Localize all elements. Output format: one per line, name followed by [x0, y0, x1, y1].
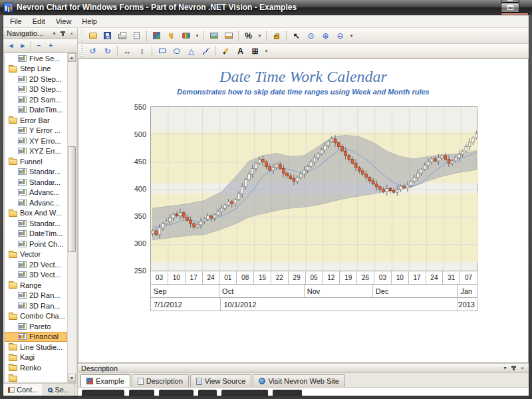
menu-help[interactable]: Help — [76, 16, 102, 27]
tree-item[interactable]: 3D Step... — [5, 84, 67, 95]
toolbar-grip[interactable] — [81, 31, 83, 41]
menu-file[interactable]: File — [5, 16, 27, 27]
tree-item[interactable] — [5, 373, 67, 383]
tree-item[interactable]: Funnel — [5, 156, 67, 167]
toolbar-separator — [215, 46, 216, 57]
tree-item[interactable]: 3D Vect... — [5, 270, 67, 281]
tree-item[interactable]: Kagi — [5, 352, 67, 363]
pan-vertical-icon[interactable]: ↕ — [135, 45, 149, 58]
tree-item[interactable]: Step Line — [5, 64, 67, 74]
toolbar-grip[interactable] — [81, 46, 83, 57]
chart-image-icon[interactable] — [221, 29, 235, 43]
open-icon[interactable] — [86, 29, 100, 43]
percent-icon[interactable]: % — [241, 29, 255, 43]
tab-visit-nevron-web-site[interactable]: Visit Nevron Web Site — [253, 374, 345, 387]
tab-view-source[interactable]: View Source — [190, 374, 252, 387]
tree-item[interactable]: Y Error ... — [5, 126, 67, 136]
dropdown-caret-icon[interactable]: ▾ — [256, 29, 263, 43]
print-icon[interactable] — [115, 29, 129, 43]
tree-item[interactable]: Renko — [5, 362, 67, 373]
plot-area[interactable] — [150, 106, 477, 271]
save-icon[interactable] — [100, 29, 114, 43]
sidebar-tab-cont[interactable]: Cont... — [3, 384, 43, 396]
chevron-down-icon[interactable]: ▾ — [501, 364, 509, 372]
pan-horizontal-icon[interactable]: ↔ — [120, 45, 134, 58]
palette-icon[interactable] — [179, 29, 193, 43]
zoom-icon[interactable]: ⊙ — [304, 29, 318, 43]
tree-item[interactable]: Pareto — [5, 321, 67, 332]
pencil-icon[interactable] — [219, 45, 233, 58]
close-icon[interactable]: × — [67, 29, 76, 38]
scrollbar-track[interactable] — [68, 62, 76, 374]
x-axis-week-label: 15 — [253, 271, 271, 284]
tree-item[interactable]: 2D Step... — [5, 74, 67, 84]
rotate-cw-icon[interactable]: ↻ — [100, 45, 114, 58]
tree-item[interactable]: Standar... — [5, 177, 67, 188]
tree-scrollbar[interactable]: ▲ ▼ — [67, 53, 76, 382]
chart-wizard-icon[interactable] — [150, 29, 164, 43]
tree-item[interactable]: Advanc... — [5, 198, 67, 208]
y-axis-label: 400 — [134, 185, 146, 193]
tree-item[interactable]: Point Ch... — [5, 239, 67, 249]
maximize-button[interactable] — [501, 3, 519, 13]
pin-icon[interactable] — [59, 29, 67, 38]
back-icon[interactable]: ◄ — [5, 41, 17, 51]
dropdown-caret-icon[interactable]: ▾ — [263, 45, 270, 58]
example-icon — [86, 378, 93, 384]
tree-item[interactable]: 2D Vect... — [5, 259, 67, 270]
shape-rect-icon[interactable] — [155, 45, 169, 58]
collapse-icon[interactable]: − — [33, 41, 45, 51]
scroll-up-icon[interactable]: ▲ — [68, 53, 76, 62]
dropdown-caret-icon[interactable]: ▾ — [194, 29, 201, 43]
rotate-ccw-icon[interactable]: ↺ — [86, 45, 100, 58]
tree-item[interactable]: Standar... — [5, 218, 67, 229]
zoom-out-icon[interactable]: ⊖ — [333, 29, 347, 43]
tree-item[interactable]: Vector — [5, 249, 67, 260]
zoom-in-icon[interactable]: ⊕ — [319, 29, 332, 43]
sidebar-tab-se[interactable]: Se... — [43, 384, 75, 396]
tab-example[interactable]: Example — [80, 374, 130, 387]
lock-icon[interactable] — [269, 29, 283, 43]
tree-item[interactable]: Error Bar — [5, 115, 67, 126]
dropdown-caret-icon[interactable]: ▾ — [348, 29, 355, 43]
menu-view[interactable]: View — [51, 16, 77, 27]
minimize-button[interactable] — [501, 0, 519, 3]
image-export-icon[interactable] — [207, 29, 221, 43]
tree-item[interactable]: 2D Ran... — [5, 291, 67, 301]
sidebar-title: Navigatio... — [7, 29, 49, 37]
tree-item[interactable]: XY Erro... — [5, 136, 67, 146]
tree-item[interactable]: Five Se... — [5, 53, 67, 64]
folder-icon — [9, 211, 17, 217]
close-icon[interactable]: × — [518, 364, 527, 372]
menu-edit[interactable]: Edit — [27, 16, 51, 27]
tree-item[interactable]: Combo Cha... — [5, 311, 67, 322]
y-axis-label: 550 — [134, 103, 146, 111]
titlebar[interactable]: Nevron Chart for Windows Forms - Part of… — [0, 0, 532, 15]
tree-item[interactable]: Advanc... — [5, 188, 67, 198]
scroll-down-icon[interactable]: ▼ — [68, 374, 76, 382]
scrollbar-thumb[interactable] — [68, 146, 76, 252]
tree-item-selected[interactable]: Financial — [5, 332, 67, 342]
tree-item[interactable]: 3D Ran... — [5, 301, 67, 311]
tree-item[interactable]: DateTim... — [5, 105, 67, 116]
tree-item[interactable]: Box And W... — [5, 208, 67, 219]
chevron-down-icon[interactable]: ▾ — [50, 29, 59, 38]
text-tool-icon[interactable]: A — [233, 45, 247, 58]
shape-ellipse-icon[interactable] — [170, 45, 184, 58]
pin-icon[interactable] — [509, 364, 518, 372]
tree-item[interactable]: DateTim... — [5, 229, 67, 239]
print-preview-icon[interactable] — [130, 29, 144, 43]
shape-line-icon[interactable] — [199, 45, 213, 58]
tree-item[interactable]: XYZ Err... — [5, 146, 67, 157]
lightning-icon[interactable]: ↯ — [164, 29, 178, 43]
tree-item[interactable]: Line Studie... — [5, 342, 67, 352]
forward-icon[interactable]: ► — [17, 41, 29, 51]
tree-item[interactable]: Standar... — [5, 167, 67, 178]
expand-icon[interactable]: + — [45, 41, 57, 51]
grid-icon[interactable]: ⊞ — [248, 45, 262, 58]
tree-item[interactable]: 2D Sam... — [5, 94, 67, 105]
pointer-icon[interactable]: ↖ — [289, 29, 303, 43]
shape-triangle-icon[interactable]: △ — [184, 45, 198, 58]
tab-description[interactable]: Description — [132, 374, 189, 387]
tree-item[interactable]: Range — [5, 280, 67, 291]
